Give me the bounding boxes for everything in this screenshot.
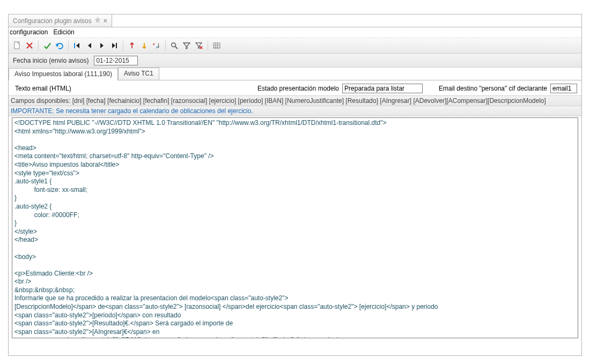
svg-rect-2 xyxy=(116,43,117,48)
app-window: Configuracion plugin avisos × configurac… xyxy=(8,14,582,356)
search-icon[interactable] xyxy=(169,40,180,51)
toolbar-separator xyxy=(165,40,166,51)
svg-point-5 xyxy=(171,42,175,47)
svg-text:z: z xyxy=(156,45,158,49)
important-bar: IMPORTANTE: Se necesita tener cargado el… xyxy=(9,106,581,116)
new-icon[interactable] xyxy=(12,40,23,51)
estado-label: Estado presentación modelo xyxy=(257,85,339,92)
undo-icon[interactable] xyxy=(54,40,65,51)
email-input[interactable] xyxy=(550,84,577,93)
texto-label: Texto email (HTML) xyxy=(15,85,71,92)
sort-az-icon[interactable]: az xyxy=(151,40,162,51)
tab-label: Aviso Impuestos laboral (111,190) xyxy=(14,70,112,78)
menu-configuracion[interactable]: configuracion xyxy=(10,28,48,36)
form-row: Texto email (HTML) Estado presentación m… xyxy=(9,80,581,95)
toolbar-separator xyxy=(208,40,208,51)
sort-desc-icon[interactable] xyxy=(139,40,150,51)
filter-icon[interactable] xyxy=(181,40,192,51)
svg-rect-0 xyxy=(14,42,19,49)
date-label: Fecha inicio (envio avisos) xyxy=(13,57,88,64)
accept-icon[interactable] xyxy=(42,40,53,51)
svg-rect-1 xyxy=(74,43,75,48)
star-icon[interactable] xyxy=(94,17,101,25)
tab-label: Aviso TC1 xyxy=(124,70,153,77)
date-input[interactable] xyxy=(94,56,138,65)
tab-aviso-impuestos[interactable]: Aviso Impuestos laboral (111,190) xyxy=(9,68,118,80)
last-icon[interactable] xyxy=(109,40,120,51)
email-label: Email destino "persona" cif declarante xyxy=(439,85,547,92)
fields-prefix: Campos disponibles: xyxy=(11,97,70,105)
first-icon[interactable] xyxy=(72,40,83,51)
tab-aviso-tc1[interactable]: Aviso TC1 xyxy=(118,68,159,80)
toolbar: az xyxy=(9,38,581,54)
fields-list: [dni] [fecha] [fechainicio] [fechafin] [… xyxy=(72,97,546,105)
window-tabbar: Configuracion plugin avisos × xyxy=(9,14,581,27)
delete-icon[interactable] xyxy=(24,40,35,51)
estado-input[interactable] xyxy=(342,84,423,93)
next-icon[interactable] xyxy=(97,40,107,51)
window-tab[interactable]: Configuracion plugin avisos × xyxy=(9,14,112,27)
date-row: Fecha inicio (envio avisos) xyxy=(9,54,581,68)
toolbar-separator xyxy=(123,40,123,51)
sub-tabbar: Aviso Impuestos laboral (111,190) Aviso … xyxy=(9,68,581,80)
toolbar-separator xyxy=(68,40,69,51)
window-tab-title: Configuracion plugin avisos xyxy=(13,17,92,25)
close-icon[interactable]: × xyxy=(104,17,107,25)
table-icon[interactable] xyxy=(211,40,222,51)
svg-text:a: a xyxy=(153,42,155,46)
clear-filter-icon[interactable] xyxy=(194,40,204,51)
prev-icon[interactable] xyxy=(84,40,95,51)
fields-bar: Campos disponibles: [dni] [fecha] [fecha… xyxy=(9,95,581,106)
html-editor[interactable]: <!DOCTYPE html PUBLIC "-//W3C//DTD XHTML… xyxy=(12,117,578,338)
sort-asc-icon[interactable] xyxy=(127,40,137,51)
menu-edicion[interactable]: Edición xyxy=(53,28,74,36)
toolbar-separator xyxy=(38,40,39,51)
menu-bar: configuracion Edición xyxy=(9,27,581,38)
